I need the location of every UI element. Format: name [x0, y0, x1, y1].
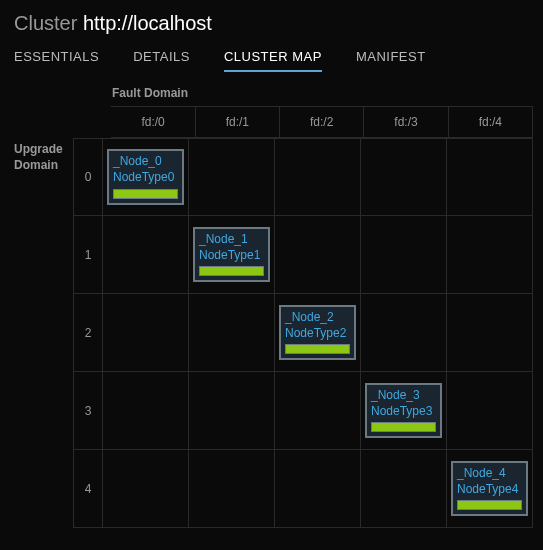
cluster-node[interactable]: _Node_4NodeType4: [451, 461, 528, 516]
grid-cell: [189, 372, 275, 450]
node-name: _Node_0: [113, 154, 178, 170]
node-type: NodeType2: [285, 326, 350, 342]
tab-cluster-map[interactable]: CLUSTER MAP: [224, 49, 322, 72]
cluster-node[interactable]: _Node_3NodeType3: [365, 383, 442, 438]
tab-manifest[interactable]: MANIFEST: [356, 49, 426, 72]
column-header: fd:/1: [196, 106, 280, 138]
row-header: 3: [73, 372, 103, 450]
grid-cell: [103, 450, 189, 528]
grid-cell: [275, 216, 361, 294]
upgrade-domain-label: UpgradeDomain: [14, 138, 73, 528]
cluster-node[interactable]: _Node_1NodeType1: [193, 227, 270, 282]
page-header: Cluster http://localhost: [0, 0, 543, 43]
grid-row: 0_Node_0NodeType0: [73, 138, 533, 216]
grid-cell: [275, 372, 361, 450]
node-status-bar: [285, 344, 350, 354]
grid-cell: [447, 294, 533, 372]
column-header: fd:/4: [449, 106, 533, 138]
cluster-map: Fault Domain fd:/0fd:/1fd:/2fd:/3fd:/4 U…: [0, 72, 543, 528]
node-name: _Node_1: [199, 232, 264, 248]
grid-row: 1_Node_1NodeType1: [73, 216, 533, 294]
node-type: NodeType4: [457, 482, 522, 498]
grid-cell: [361, 294, 447, 372]
row-header: 0: [73, 138, 103, 216]
header-url: http://localhost: [83, 12, 212, 34]
row-header: 4: [73, 450, 103, 528]
grid-cell: [189, 450, 275, 528]
node-type: NodeType1: [199, 248, 264, 264]
node-status-bar: [371, 422, 436, 432]
grid-cell: [361, 450, 447, 528]
grid-cell: _Node_4NodeType4: [447, 450, 533, 528]
grid-cell: [361, 138, 447, 216]
cluster-node[interactable]: _Node_2NodeType2: [279, 305, 356, 360]
row-header: 1: [73, 216, 103, 294]
grid-cell: [103, 294, 189, 372]
node-type: NodeType3: [371, 404, 436, 420]
grid-cell: [447, 138, 533, 216]
grid-cell: [275, 450, 361, 528]
grid-cell: [103, 216, 189, 294]
grid-row: 2_Node_2NodeType2: [73, 294, 533, 372]
grid-cell: [447, 216, 533, 294]
node-name: _Node_3: [371, 388, 436, 404]
grid-cell: [275, 138, 361, 216]
column-header: fd:/2: [280, 106, 364, 138]
column-headers: fd:/0fd:/1fd:/2fd:/3fd:/4: [82, 106, 533, 138]
grid-cell: [447, 372, 533, 450]
node-status-bar: [199, 266, 264, 276]
grid-cell: [189, 294, 275, 372]
node-status-bar: [113, 189, 178, 199]
column-header: fd:/0: [111, 106, 195, 138]
grid-cell: [361, 216, 447, 294]
grid-cell: _Node_0NodeType0: [103, 138, 189, 216]
cluster-node[interactable]: _Node_0NodeType0: [107, 149, 184, 204]
header-title: Cluster: [14, 12, 77, 34]
grid-cell: [103, 372, 189, 450]
grid-cell: [189, 138, 275, 216]
tab-details[interactable]: DETAILS: [133, 49, 190, 72]
node-status-bar: [457, 500, 522, 510]
grid-row: 3_Node_3NodeType3: [73, 372, 533, 450]
grid-cell: _Node_2NodeType2: [275, 294, 361, 372]
grid-cell: _Node_1NodeType1: [189, 216, 275, 294]
node-name: _Node_4: [457, 466, 522, 482]
grid-cell: _Node_3NodeType3: [361, 372, 447, 450]
node-name: _Node_2: [285, 310, 350, 326]
row-header: 2: [73, 294, 103, 372]
tab-essentials[interactable]: ESSENTIALS: [14, 49, 99, 72]
column-header: fd:/3: [364, 106, 448, 138]
node-type: NodeType0: [113, 170, 178, 186]
grid-row: 4_Node_4NodeType4: [73, 450, 533, 528]
fault-domain-label: Fault Domain: [112, 86, 533, 100]
tab-bar: ESSENTIALSDETAILSCLUSTER MAPMANIFEST: [0, 43, 543, 72]
